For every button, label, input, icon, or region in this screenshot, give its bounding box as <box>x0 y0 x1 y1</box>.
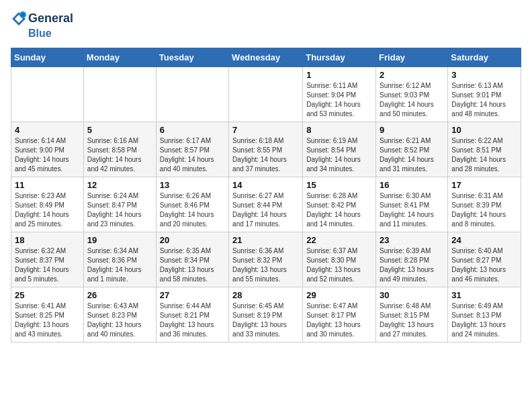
calendar-cell: 14Sunrise: 6:27 AM Sunset: 8:44 PM Dayli… <box>229 177 303 232</box>
calendar-cell: 17Sunrise: 6:31 AM Sunset: 8:39 PM Dayli… <box>448 177 521 232</box>
day-number: 4 <box>15 125 80 135</box>
day-number: 26 <box>87 290 152 300</box>
calendar-cell: 16Sunrise: 6:30 AM Sunset: 8:41 PM Dayli… <box>376 177 448 232</box>
header-cell-monday: Monday <box>83 48 156 67</box>
calendar-cell: 9Sunrise: 6:21 AM Sunset: 8:52 PM Daylig… <box>376 122 448 177</box>
day-info: Sunrise: 6:14 AM Sunset: 9:00 PM Dayligh… <box>15 136 80 174</box>
day-info: Sunrise: 6:43 AM Sunset: 8:23 PM Dayligh… <box>87 302 152 339</box>
calendar-cell: 11Sunrise: 6:23 AM Sunset: 8:49 PM Dayli… <box>11 177 84 232</box>
day-info: Sunrise: 6:27 AM Sunset: 8:44 PM Dayligh… <box>232 191 299 229</box>
day-number: 6 <box>160 125 225 135</box>
day-info: Sunrise: 6:39 AM Sunset: 8:28 PM Dayligh… <box>380 246 444 284</box>
day-number: 20 <box>160 235 225 245</box>
calendar-cell: 27Sunrise: 6:44 AM Sunset: 8:21 PM Dayli… <box>156 287 228 342</box>
day-info: Sunrise: 6:26 AM Sunset: 8:46 PM Dayligh… <box>160 191 225 229</box>
day-number: 21 <box>232 235 299 245</box>
day-number: 25 <box>15 290 80 300</box>
day-number: 11 <box>15 180 80 190</box>
calendar-cell <box>229 67 303 122</box>
day-info: Sunrise: 6:47 AM Sunset: 8:17 PM Dayligh… <box>306 302 372 339</box>
calendar-cell: 10Sunrise: 6:22 AM Sunset: 8:51 PM Dayli… <box>448 122 521 177</box>
header-cell-saturday: Saturday <box>448 48 521 67</box>
logo-icon <box>11 11 27 27</box>
day-number: 3 <box>451 70 517 80</box>
calendar-cell: 8Sunrise: 6:19 AM Sunset: 8:54 PM Daylig… <box>303 122 376 177</box>
day-number: 8 <box>306 125 372 135</box>
calendar-cell: 3Sunrise: 6:13 AM Sunset: 9:01 PM Daylig… <box>448 67 521 122</box>
calendar-cell: 4Sunrise: 6:14 AM Sunset: 9:00 PM Daylig… <box>11 122 84 177</box>
day-number: 2 <box>380 70 444 80</box>
day-info: Sunrise: 6:13 AM Sunset: 9:01 PM Dayligh… <box>451 81 517 119</box>
header-cell-thursday: Thursday <box>303 48 376 67</box>
day-info: Sunrise: 6:17 AM Sunset: 8:57 PM Dayligh… <box>160 136 225 174</box>
day-number: 22 <box>306 235 372 245</box>
day-info: Sunrise: 6:41 AM Sunset: 8:25 PM Dayligh… <box>15 302 80 339</box>
logo-blue: Blue <box>28 27 73 40</box>
day-number: 17 <box>451 180 517 190</box>
calendar-cell: 12Sunrise: 6:24 AM Sunset: 8:47 PM Dayli… <box>83 177 156 232</box>
week-row-2: 4Sunrise: 6:14 AM Sunset: 9:00 PM Daylig… <box>11 122 521 177</box>
header-cell-friday: Friday <box>376 48 448 67</box>
day-info: Sunrise: 6:35 AM Sunset: 8:34 PM Dayligh… <box>160 246 225 284</box>
calendar-cell: 1Sunrise: 6:11 AM Sunset: 9:04 PM Daylig… <box>303 67 376 122</box>
day-number: 13 <box>160 180 225 190</box>
day-number: 23 <box>380 235 444 245</box>
week-row-5: 25Sunrise: 6:41 AM Sunset: 8:25 PM Dayli… <box>11 287 521 342</box>
day-info: Sunrise: 6:34 AM Sunset: 8:36 PM Dayligh… <box>87 246 152 284</box>
calendar-cell: 2Sunrise: 6:12 AM Sunset: 9:03 PM Daylig… <box>376 67 448 122</box>
day-number: 31 <box>451 290 517 300</box>
day-number: 12 <box>87 180 152 190</box>
day-number: 27 <box>160 290 225 300</box>
day-info: Sunrise: 6:49 AM Sunset: 8:13 PM Dayligh… <box>451 302 517 339</box>
calendar-cell: 15Sunrise: 6:28 AM Sunset: 8:42 PM Dayli… <box>303 177 376 232</box>
calendar-cell <box>83 67 156 122</box>
week-row-3: 11Sunrise: 6:23 AM Sunset: 8:49 PM Dayli… <box>11 177 521 232</box>
calendar-cell: 13Sunrise: 6:26 AM Sunset: 8:46 PM Dayli… <box>156 177 228 232</box>
day-info: Sunrise: 6:32 AM Sunset: 8:37 PM Dayligh… <box>15 246 80 284</box>
calendar-cell: 7Sunrise: 6:18 AM Sunset: 8:55 PM Daylig… <box>229 122 303 177</box>
calendar-cell: 26Sunrise: 6:43 AM Sunset: 8:23 PM Dayli… <box>83 287 156 342</box>
week-row-1: 1Sunrise: 6:11 AM Sunset: 9:04 PM Daylig… <box>11 67 521 122</box>
calendar-cell: 30Sunrise: 6:48 AM Sunset: 8:15 PM Dayli… <box>376 287 448 342</box>
day-info: Sunrise: 6:45 AM Sunset: 8:19 PM Dayligh… <box>232 302 299 339</box>
calendar-cell: 29Sunrise: 6:47 AM Sunset: 8:17 PM Dayli… <box>303 287 376 342</box>
day-info: Sunrise: 6:19 AM Sunset: 8:54 PM Dayligh… <box>306 136 372 174</box>
day-info: Sunrise: 6:36 AM Sunset: 8:32 PM Dayligh… <box>232 246 299 284</box>
day-info: Sunrise: 6:28 AM Sunset: 8:42 PM Dayligh… <box>306 191 372 229</box>
day-info: Sunrise: 6:12 AM Sunset: 9:03 PM Dayligh… <box>380 81 444 119</box>
calendar-cell: 6Sunrise: 6:17 AM Sunset: 8:57 PM Daylig… <box>156 122 228 177</box>
day-info: Sunrise: 6:23 AM Sunset: 8:49 PM Dayligh… <box>15 191 80 229</box>
header-cell-tuesday: Tuesday <box>156 48 228 67</box>
logo: General Blue <box>11 11 73 40</box>
day-number: 19 <box>87 235 152 245</box>
day-info: Sunrise: 6:37 AM Sunset: 8:30 PM Dayligh… <box>306 246 372 284</box>
header-cell-sunday: Sunday <box>11 48 84 67</box>
header-row: SundayMondayTuesdayWednesdayThursdayFrid… <box>11 48 521 67</box>
day-info: Sunrise: 6:22 AM Sunset: 8:51 PM Dayligh… <box>451 136 517 174</box>
calendar-cell: 28Sunrise: 6:45 AM Sunset: 8:19 PM Dayli… <box>229 287 303 342</box>
day-info: Sunrise: 6:31 AM Sunset: 8:39 PM Dayligh… <box>451 191 517 229</box>
day-number: 10 <box>451 125 517 135</box>
header-cell-wednesday: Wednesday <box>229 48 303 67</box>
day-number: 14 <box>232 180 299 190</box>
day-number: 24 <box>451 235 517 245</box>
logo-general: General <box>28 11 73 26</box>
day-number: 9 <box>380 125 444 135</box>
calendar-cell: 22Sunrise: 6:37 AM Sunset: 8:30 PM Dayli… <box>303 232 376 287</box>
calendar-header: SundayMondayTuesdayWednesdayThursdayFrid… <box>11 48 521 67</box>
calendar-cell: 31Sunrise: 6:49 AM Sunset: 8:13 PM Dayli… <box>448 287 521 342</box>
calendar-cell: 25Sunrise: 6:41 AM Sunset: 8:25 PM Dayli… <box>11 287 84 342</box>
calendar-cell <box>156 67 228 122</box>
day-number: 15 <box>306 180 372 190</box>
calendar-table: SundayMondayTuesdayWednesdayThursdayFrid… <box>11 48 521 342</box>
week-row-4: 18Sunrise: 6:32 AM Sunset: 8:37 PM Dayli… <box>11 232 521 287</box>
day-info: Sunrise: 6:40 AM Sunset: 8:27 PM Dayligh… <box>451 246 517 284</box>
day-number: 5 <box>87 125 152 135</box>
calendar-cell: 24Sunrise: 6:40 AM Sunset: 8:27 PM Dayli… <box>448 232 521 287</box>
day-number: 1 <box>306 70 372 80</box>
calendar-cell: 18Sunrise: 6:32 AM Sunset: 8:37 PM Dayli… <box>11 232 84 287</box>
calendar-cell: 20Sunrise: 6:35 AM Sunset: 8:34 PM Dayli… <box>156 232 228 287</box>
day-number: 18 <box>15 235 80 245</box>
day-info: Sunrise: 6:24 AM Sunset: 8:47 PM Dayligh… <box>87 191 152 229</box>
day-number: 16 <box>380 180 444 190</box>
